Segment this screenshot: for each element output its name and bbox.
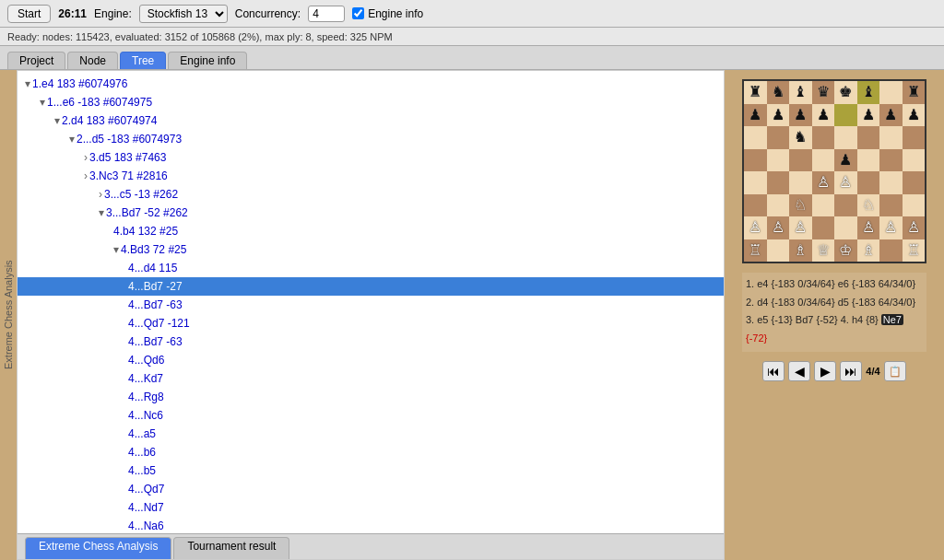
chess-square[interactable] [834,104,857,127]
chess-square[interactable]: ♛ [812,81,835,104]
chess-square[interactable] [767,126,790,149]
chess-square[interactable] [812,149,835,172]
tab-project[interactable]: Project [7,52,65,69]
chess-square[interactable]: ♘ [857,194,880,217]
chess-square[interactable]: ♜ [744,81,767,104]
tree-row[interactable]: 4...a5 [18,425,724,443]
chess-square[interactable] [857,171,880,194]
engine-select[interactable]: Stockfish 13 [139,5,228,23]
chess-square[interactable]: ♟ [812,104,835,127]
engine-info-check[interactable]: Engine info [352,7,423,20]
chess-square[interactable] [789,171,812,194]
tree-row[interactable]: 4...Nc6 [18,406,724,425]
tree-row[interactable]: ▾ 4.Bd3 72 #25 [18,240,724,259]
chess-square[interactable]: ♝ [789,81,812,104]
tab-tree[interactable]: Tree [120,52,166,69]
tree-row[interactable]: 4...Bd7 -63 [18,332,724,351]
chess-square[interactable] [834,194,857,217]
chess-square[interactable]: ♟ [903,104,926,127]
tree-row[interactable]: 4...Qd6 [18,351,724,369]
bottom-tab-eca[interactable]: Extreme Chess Analysis [25,537,171,559]
chess-square[interactable] [903,194,926,217]
tree-toggle-icon[interactable]: › [99,188,102,201]
chess-square[interactable]: ♙ [812,171,835,194]
chess-square[interactable]: ♟ [879,104,903,127]
tree-row[interactable]: 4...Bd7 -63 [18,296,724,314]
tree-row[interactable]: 4...d4 115 [18,259,724,277]
chess-square[interactable] [744,149,767,172]
chess-square[interactable] [903,171,926,194]
chess-square[interactable] [812,216,835,239]
chess-square[interactable]: ♟ [789,104,812,127]
chess-square[interactable] [857,149,880,172]
chess-square[interactable] [789,149,812,172]
chess-square[interactable] [812,126,835,149]
chess-square[interactable]: ♔ [834,239,857,262]
tree-row[interactable]: 4...Qd7 [18,480,724,498]
chess-square[interactable] [767,171,790,194]
chess-square[interactable]: ♞ [789,126,812,149]
tree-toggle-icon[interactable]: › [84,151,88,164]
chess-square[interactable]: ♝ [857,81,880,104]
chess-square[interactable] [879,239,903,262]
chess-square[interactable]: ♞ [767,81,790,104]
nav-first-button[interactable]: ⏮ [762,361,785,381]
chess-square[interactable]: ♘ [789,194,812,217]
tree-row[interactable]: › 3...c5 -13 #262 [18,185,724,204]
tree-row[interactable]: ▾ 1.e4 183 #6074976 [18,75,724,93]
tree-row[interactable]: ▾ 2...d5 -183 #6074973 [18,130,724,148]
chess-square[interactable]: ♟ [767,104,790,127]
tree-toggle-icon[interactable]: ▾ [99,206,104,219]
chess-square[interactable]: ♙ [789,216,812,239]
tree-toggle-icon[interactable]: › [84,169,88,182]
chess-square[interactable] [744,126,767,149]
chess-square[interactable] [879,149,903,172]
chess-square[interactable]: ♙ [903,216,926,239]
tree-row[interactable]: 4...Nd7 [18,498,724,517]
chess-square[interactable]: ♙ [767,216,790,239]
chess-square[interactable] [903,126,926,149]
tree-row[interactable]: › 3.Nc3 71 #2816 [18,167,724,185]
tree-toggle-icon[interactable]: ▾ [40,96,45,109]
tree-row[interactable]: 4...Kd7 [18,369,724,388]
chess-square[interactable] [812,194,835,217]
chess-square[interactable] [879,126,903,149]
chess-square[interactable] [744,171,767,194]
nav-copy-button[interactable]: 📋 [884,361,906,381]
chess-square[interactable] [857,126,880,149]
chess-square[interactable] [767,194,790,217]
chess-square[interactable] [903,149,926,172]
tree-row[interactable]: ▾ 3...Bd7 -52 #262 [18,204,724,222]
chess-square[interactable] [767,239,790,262]
chess-square[interactable]: ♖ [903,239,926,262]
tab-node[interactable]: Node [67,52,118,69]
tab-engine-info[interactable]: Engine info [168,52,247,69]
chess-square[interactable] [834,126,857,149]
chess-square[interactable]: ♟ [744,104,767,127]
tree-toggle-icon[interactable]: ▾ [25,77,30,90]
chessboard[interactable]: ♜♞♝♛♚♝♜♟♟♟♟♟♟♟♞♟♙♙♘♘♙♙♙♙♙♙♖♗♕♔♗♖ [742,79,926,263]
chess-square[interactable]: ♗ [857,239,880,262]
tree-row[interactable]: 4.b4 132 #25 [18,222,724,240]
bottom-tab-tournament[interactable]: Tournament result [173,537,289,559]
tree-row[interactable]: › 3.d5 183 #7463 [18,148,724,167]
chess-square[interactable]: ♟ [857,104,880,127]
chess-square[interactable] [767,149,790,172]
chess-square[interactable] [879,194,903,217]
tree-content[interactable]: ▾ 1.e4 183 #6074976▾ 1...e6 -183 #607497… [18,71,724,533]
chess-square[interactable]: ♙ [879,216,903,239]
chess-square[interactable]: ♚ [834,81,857,104]
tree-row[interactable]: ▾ 1...e6 -183 #6074975 [18,93,724,111]
chess-square[interactable]: ♙ [834,171,857,194]
chess-square[interactable]: ♙ [744,216,767,239]
tree-row[interactable]: 4...Qd7 -121 [18,314,724,332]
chess-square[interactable]: ♖ [744,239,767,262]
tree-row[interactable]: 4...Rg8 [18,388,724,406]
tree-toggle-icon[interactable]: ▾ [113,243,119,256]
chess-square[interactable] [744,194,767,217]
nav-next-button[interactable]: ▶ [814,361,836,381]
chess-square[interactable]: ♟ [834,149,857,172]
chess-square[interactable]: ♗ [789,239,812,262]
start-button[interactable]: Start [7,5,51,23]
chess-square[interactable] [834,216,857,239]
